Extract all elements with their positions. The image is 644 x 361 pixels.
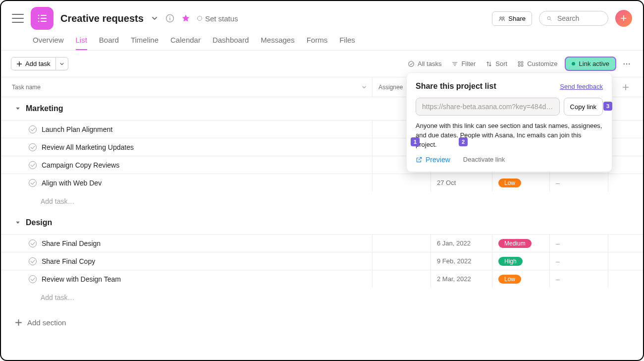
assignee-cell[interactable] [373,174,431,191]
priority-cell[interactable]: Low [492,270,550,288]
task-complete-toggle[interactable] [29,257,37,265]
svg-point-10 [502,17,504,19]
share-link-field[interactable]: https://share-beta.asana.com?key=484d… [416,98,560,116]
add-section-label: Add section [27,318,66,327]
status-cell[interactable]: – [550,235,608,252]
all-tasks-label: All tasks [418,60,441,67]
task-complete-toggle[interactable] [29,179,37,187]
svg-rect-21 [518,61,520,63]
external-link-icon [416,156,423,163]
add-task-dropdown[interactable] [56,57,68,70]
annotation-1: 1 [411,137,420,146]
popover-title: Share this project list [416,82,496,91]
project-icon [31,7,54,30]
section-name: Design [26,218,52,227]
add-task-label: Add task [25,60,51,67]
table-row[interactable]: Share Final Copy9 Feb, 2022High– [1,252,643,270]
svg-point-4 [38,21,40,22]
sort-button[interactable]: Sort [483,58,510,69]
status-cell[interactable]: – [550,270,608,288]
status-label: Set status [205,14,238,23]
more-options-button[interactable] [620,58,633,70]
filter-button[interactable]: Filter [448,58,479,69]
customize-button[interactable]: Customize [514,58,560,69]
svg-line-12 [550,19,552,21]
star-icon[interactable] [181,14,190,23]
task-complete-toggle[interactable] [29,143,37,151]
search-icon [546,15,552,22]
assignee-cell[interactable] [373,235,431,252]
deactivate-link[interactable]: Deactivate link [463,156,505,163]
svg-rect-23 [518,64,520,66]
tab-messages[interactable]: Messages [261,36,294,50]
tab-timeline[interactable]: Timeline [131,36,159,50]
svg-point-2 [38,18,40,19]
add-task-inline[interactable]: Add task… [1,191,643,211]
tab-files[interactable]: Files [339,36,355,50]
task-title: Launch Plan Alignment [42,125,112,133]
priority-cell[interactable]: Medium [492,235,550,252]
add-column-button[interactable] [608,84,643,91]
info-icon[interactable] [165,14,174,23]
assignee-cell[interactable] [373,252,431,270]
add-task-button[interactable]: Add task [11,57,56,70]
svg-point-9 [500,17,502,19]
project-dropdown-icon[interactable] [151,14,159,22]
tab-list[interactable]: List [76,36,87,50]
task-title: Campaign Copy Reviews [42,161,119,169]
svg-rect-22 [521,61,523,63]
table-row[interactable]: Align with Web Dev27 OctLow– [1,174,643,191]
task-complete-toggle[interactable] [29,275,37,283]
status-cell[interactable]: – [550,174,608,191]
table-row[interactable]: Review with Design Team2 Mar, 2022Low– [1,270,643,288]
status-cell[interactable]: – [550,252,608,270]
all-tasks-filter[interactable]: All tasks [405,58,444,69]
popover-description: Anyone with this link can see section an… [416,121,603,150]
copy-link-button[interactable]: Copy link [564,98,603,116]
annotation-2: 2 [459,137,468,146]
share-label: Share [508,15,526,22]
svg-rect-24 [521,64,523,66]
share-button[interactable]: Share [492,11,532,26]
assignee-cell[interactable] [373,270,431,288]
search-field[interactable] [539,11,608,26]
priority-cell[interactable]: High [492,252,550,270]
send-feedback-link[interactable]: Send feedback [560,83,603,90]
tab-dashboard[interactable]: Dashboard [213,36,249,50]
tab-overview[interactable]: Overview [33,36,64,50]
due-date-cell[interactable]: 6 Jan, 2022 [431,235,492,252]
svg-point-11 [547,16,550,19]
priority-cell[interactable]: Low [492,174,550,191]
section-header[interactable]: Design [1,211,643,234]
set-status-button[interactable]: Set status [197,14,238,23]
customize-label: Customize [527,60,557,67]
task-complete-toggle[interactable] [29,240,37,247]
tab-board[interactable]: Board [99,36,119,50]
menu-icon[interactable] [12,12,24,24]
column-task-name: Task name [12,84,41,91]
link-active-dot-icon [572,62,575,65]
add-section-button[interactable]: Add section [1,307,643,338]
svg-point-8 [169,16,170,17]
svg-marker-31 [16,222,20,224]
tab-calendar[interactable]: Calendar [170,36,201,50]
annotation-3: 3 [603,102,612,111]
section-caret-icon [15,106,21,112]
search-input[interactable] [556,14,601,23]
add-task-inline[interactable]: Add task… [1,288,643,307]
task-name-sort-icon[interactable] [361,84,367,90]
preview-link[interactable]: Preview [416,156,450,164]
column-assignee: Assignee [378,84,403,91]
tab-forms[interactable]: Forms [307,36,328,50]
link-active-button[interactable]: Link active [565,57,616,71]
task-complete-toggle[interactable] [29,125,37,133]
task-complete-toggle[interactable] [29,161,37,169]
priority-pill: High [498,257,523,266]
due-date-cell[interactable]: 9 Feb, 2022 [431,252,492,270]
due-date-cell[interactable]: 27 Oct [431,174,492,191]
table-row[interactable]: Share Final Design6 Jan, 2022Medium– [1,234,643,252]
status-bubble-icon [197,16,202,21]
due-date-cell[interactable]: 2 Mar, 2022 [431,270,492,288]
global-add-button[interactable]: + [615,10,632,27]
svg-point-25 [624,63,625,64]
